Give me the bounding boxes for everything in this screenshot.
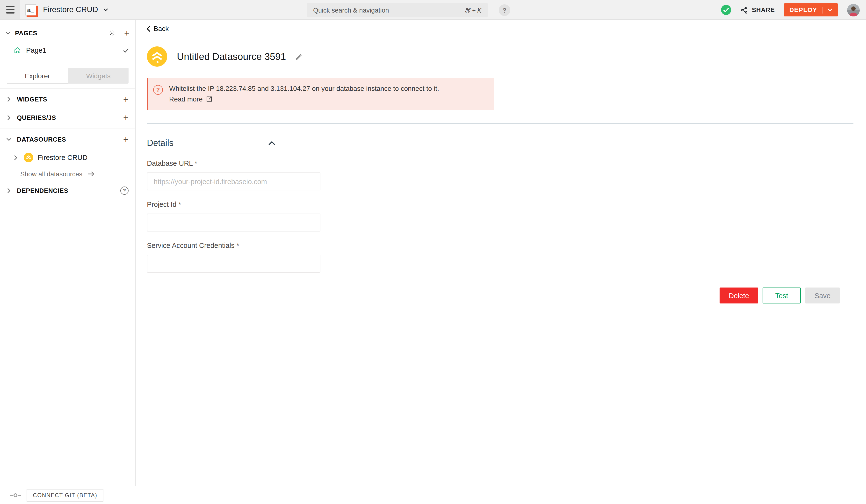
firebase-datasource-icon [147,46,167,67]
back-chevron-icon [146,25,151,32]
add-widget-button[interactable]: + [123,94,129,104]
share-icon [740,6,748,14]
whitelist-warning-banner: ? Whitelist the IP 18.223.74.85 and 3.13… [147,78,495,110]
back-label: Back [154,25,169,32]
sidebar-item-page1[interactable]: Page1 [13,44,130,57]
app-window: a_ Firestore CRUD Quick search & navigat… [0,0,866,504]
question-circle-icon: ? [153,85,163,95]
datasource-item-label: Firestore CRUD [38,154,88,161]
project-id-field: Project Id * [147,201,320,232]
pages-header-label: PAGES [15,29,37,36]
gear-icon[interactable] [108,29,116,37]
sidebar-section-widgets[interactable]: WIDGETS + [0,90,135,108]
chevron-right-icon[interactable] [6,114,12,121]
banner-text: Whitelist the IP 18.223.74.85 and 3.131.… [169,83,439,104]
section-divider [147,123,853,124]
chevron-down-icon[interactable] [103,7,109,13]
sidebar-section-dependencies[interactable]: DEPENDENCIES ? [0,181,135,200]
datasources-section-label: DATASOURCES [17,136,66,143]
sidebar-section-queries[interactable]: QUERIES/JS + [0,108,135,127]
service-account-credentials-label: Service Account Credentials * [147,242,320,249]
datasource-title: Untitled Datasource 3591 [177,51,286,62]
explorer-widgets-switcher: Explorer Widgets [7,68,129,83]
share-label: SHARE [752,6,775,13]
firebase-datasource-icon [24,153,33,163]
git-commit-icon [10,492,21,499]
save-button[interactable]: Save [805,288,840,303]
check-icon [122,47,130,54]
page-item-label: Page1 [26,46,46,54]
share-button[interactable]: SHARE [740,6,775,14]
banner-message: Whitelist the IP 18.223.74.85 and 3.131.… [169,83,439,94]
deploy-caret-icon[interactable] [828,7,833,13]
dependencies-help-icon[interactable]: ? [120,186,129,194]
datasource-editor: Back Untitled Datasource 3591 ? Whitelis… [136,20,866,486]
datasource-header: Untitled Datasource 3591 [147,46,303,67]
widgets-section-label: WIDGETS [17,96,47,103]
database-url-input[interactable] [147,172,320,190]
tab-widgets[interactable]: Widgets [68,68,129,83]
add-datasource-button[interactable]: + [123,135,129,144]
show-all-datasources-link[interactable]: Show all datasources [0,167,135,181]
sidebar-item-firestore-crud[interactable]: Firestore CRUD [0,150,135,165]
service-account-credentials-input[interactable] [147,255,320,272]
top-bar: a_ Firestore CRUD Quick search & navigat… [0,0,866,20]
hamburger-menu-icon[interactable] [0,0,20,19]
deploy-label: DEPLOY [789,6,817,13]
project-id-input[interactable] [147,214,320,232]
chevron-right-icon[interactable] [6,96,12,102]
add-query-button[interactable]: + [123,113,129,122]
queries-section-label: QUERIES/JS [17,114,56,121]
sidebar-section-datasources[interactable]: DATASOURCES + [0,130,135,148]
read-more-link[interactable]: Read more [169,94,213,104]
pages-section-header[interactable]: PAGES + [5,26,130,39]
chevron-right-icon[interactable] [6,187,12,193]
connect-git-button[interactable]: CONNECT GIT (BETA) [26,489,104,501]
show-all-label: Show all datasources [20,170,82,178]
help-button[interactable]: ? [499,4,510,16]
database-url-field: Database URL * [147,159,320,190]
arrow-right-icon [88,171,95,177]
delete-button[interactable]: Delete [720,288,758,303]
edit-pencil-icon[interactable] [295,53,303,61]
chevron-up-icon[interactable] [268,141,276,145]
details-section-header[interactable]: Details [147,137,276,149]
test-button[interactable]: Test [763,288,801,303]
chevron-down-icon[interactable] [6,136,12,142]
divider [0,88,135,89]
search-input[interactable]: Quick search & navigation ⌘ + K [307,3,488,18]
deploy-button[interactable]: DEPLOY [784,3,838,16]
tab-explorer[interactable]: Explorer [7,68,68,83]
deploy-divider [822,7,823,13]
divider [0,62,135,62]
details-title: Details [147,138,174,148]
bottom-bar: CONNECT GIT (BETA) [0,486,866,504]
back-button[interactable]: Back [146,25,169,32]
explorer-sidebar: PAGES + Page1 Explorer Widgets [0,20,136,486]
read-more-label: Read more [169,94,203,104]
chevron-right-icon[interactable] [13,154,19,161]
topbar-right-cluster: SHARE DEPLOY [721,0,866,20]
dependencies-section-label: DEPENDENCIES [17,187,68,194]
add-page-button[interactable]: + [124,28,130,37]
appsmith-logo: a_ [25,4,36,15]
home-icon [13,46,21,54]
app-title[interactable]: Firestore CRUD [43,5,98,14]
service-account-credentials-field: Service Account Credentials * [147,242,320,272]
project-id-label: Project Id * [147,201,320,208]
form-actions: Delete Test Save [720,288,840,303]
datasource-form: Database URL * Project Id * Service Acco… [147,159,320,272]
deploy-success-icon [721,5,731,15]
divider [0,128,135,129]
chevron-down-icon[interactable] [5,30,11,36]
external-link-icon [206,96,213,103]
search-shortcut: ⌘ + K [464,7,481,14]
user-avatar[interactable] [847,4,860,16]
search-placeholder: Quick search & navigation [313,7,389,14]
database-url-label: Database URL * [147,159,320,167]
